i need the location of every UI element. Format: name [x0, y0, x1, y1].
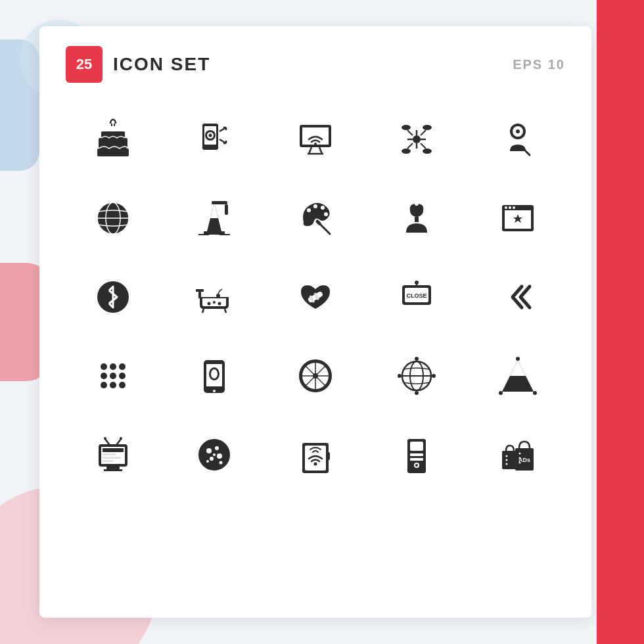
svg-point-7: [209, 134, 212, 137]
svg-point-97: [101, 382, 107, 388]
svg-rect-148: [327, 452, 330, 460]
svg-point-57: [324, 212, 328, 216]
svg-point-118: [415, 391, 419, 395]
svg-line-78: [202, 309, 204, 313]
icon-computer-tower: [369, 422, 464, 488]
svg-line-18: [319, 147, 322, 154]
svg-point-119: [398, 374, 402, 378]
svg-point-54: [307, 208, 311, 212]
svg-marker-121: [510, 360, 526, 376]
svg-point-140: [217, 453, 222, 459]
svg-rect-132: [103, 453, 116, 455]
orange-slice-icon: [294, 355, 336, 397]
svg-line-58: [319, 223, 330, 234]
svg-rect-2: [97, 149, 129, 156]
svg-point-75: [208, 302, 211, 306]
monitor-wifi-icon: [294, 118, 336, 160]
svg-point-39: [511, 129, 513, 131]
paint-palette-icon: [294, 197, 336, 239]
icon-double-chevron-left: [471, 264, 565, 330]
svg-point-116: [415, 357, 419, 361]
svg-rect-133: [103, 457, 121, 459]
news-tv-icon: [92, 434, 134, 476]
svg-point-123: [533, 391, 537, 395]
icon-bandaid-heart: [268, 264, 363, 330]
svg-point-98: [110, 382, 116, 388]
icon-drone: [369, 106, 464, 172]
bluetooth-icon: [92, 276, 134, 318]
svg-point-63: [413, 201, 415, 204]
female-user-icon: [396, 197, 438, 239]
icon-paint-palette: [268, 185, 363, 251]
icon-female-user: [369, 185, 464, 251]
svg-point-154: [415, 464, 418, 467]
svg-point-157: [506, 459, 508, 461]
user-search-icon: [497, 118, 539, 160]
safe-wifi-icon: [294, 434, 336, 476]
icon-pyramid: [471, 343, 565, 409]
svg-point-94: [101, 373, 107, 379]
svg-rect-151: [410, 453, 423, 456]
svg-point-69: [513, 206, 515, 209]
svg-line-33: [421, 143, 426, 149]
svg-rect-0: [101, 131, 125, 138]
svg-rect-134: [103, 460, 113, 462]
drone-icon: [396, 118, 438, 160]
pyramid-icon: [497, 355, 539, 397]
icon-dots-grid: [66, 343, 160, 409]
icon-mobile-egg: [167, 343, 262, 409]
svg-rect-61: [415, 217, 419, 222]
svg-point-163: [519, 462, 521, 464]
svg-point-68: [509, 206, 511, 209]
svg-line-79: [225, 309, 226, 313]
svg-point-143: [206, 460, 209, 463]
dots-grid-icon: [92, 355, 134, 397]
background: 25 ICON SET EPS 10: [0, 0, 644, 644]
icon-safe-wifi: [268, 422, 363, 488]
svg-point-26: [402, 125, 411, 130]
svg-rect-135: [106, 467, 120, 469]
header-left: 25 ICON SET: [66, 46, 210, 83]
svg-point-36: [516, 129, 520, 133]
svg-point-122: [516, 357, 520, 361]
svg-point-104: [213, 390, 216, 392]
svg-point-162: [519, 457, 521, 459]
svg-line-30: [407, 130, 413, 135]
svg-text:CLOSE: CLOSE: [406, 292, 426, 299]
cookie-icon: [193, 434, 235, 476]
svg-point-21: [413, 135, 421, 143]
close-sign-icon: CLOSE: [396, 276, 438, 318]
svg-point-128: [120, 437, 122, 440]
icon-mobile-target: [167, 106, 262, 172]
icon-user-search: [471, 106, 565, 172]
main-card: 25 ICON SET EPS 10: [39, 26, 591, 618]
globe-dots-icon: [396, 355, 438, 397]
svg-rect-74: [196, 289, 204, 292]
svg-point-77: [218, 302, 221, 306]
starred-window-icon: [497, 197, 539, 239]
svg-rect-152: [410, 458, 423, 461]
svg-point-161: [519, 453, 521, 455]
svg-point-99: [119, 382, 126, 388]
svg-point-96: [119, 373, 126, 379]
svg-point-127: [104, 437, 106, 440]
svg-point-139: [215, 446, 219, 450]
svg-rect-73: [198, 292, 201, 298]
icon-bluetooth: [66, 264, 160, 330]
svg-rect-146: [305, 446, 326, 471]
svg-line-59: [317, 221, 319, 223]
icon-oil-pump: [167, 185, 262, 251]
svg-line-126: [117, 439, 121, 444]
svg-point-67: [505, 206, 507, 209]
svg-point-117: [432, 374, 436, 378]
svg-rect-136: [104, 469, 122, 471]
computer-tower-icon: [396, 434, 438, 476]
svg-line-125: [105, 439, 109, 444]
svg-line-38: [526, 151, 530, 155]
icon-cookie: [167, 422, 262, 488]
card-header: 25 ICON SET EPS 10: [66, 46, 565, 83]
svg-point-56: [321, 206, 325, 210]
header-title: ICON SET: [113, 54, 210, 75]
svg-point-41: [521, 126, 523, 127]
svg-rect-150: [410, 442, 423, 451]
